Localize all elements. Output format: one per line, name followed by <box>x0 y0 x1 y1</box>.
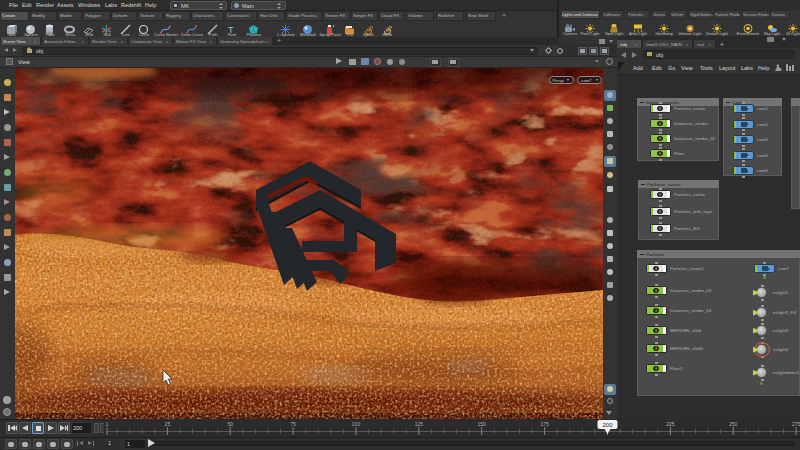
svg-text:125: 125 <box>415 421 424 427</box>
svg-text:250: 250 <box>729 421 738 427</box>
svg-text:100: 100 <box>352 421 361 427</box>
svg-text:25: 25 <box>165 421 171 427</box>
svg-text:50: 50 <box>227 421 233 427</box>
svg-text:275: 275 <box>792 421 800 427</box>
svg-text:225: 225 <box>666 421 675 427</box>
svg-text:75: 75 <box>290 421 296 427</box>
svg-text:1: 1 <box>106 421 109 427</box>
svg-text:200: 200 <box>602 422 613 428</box>
svg-text:150: 150 <box>478 421 487 427</box>
svg-text:175: 175 <box>540 421 549 427</box>
